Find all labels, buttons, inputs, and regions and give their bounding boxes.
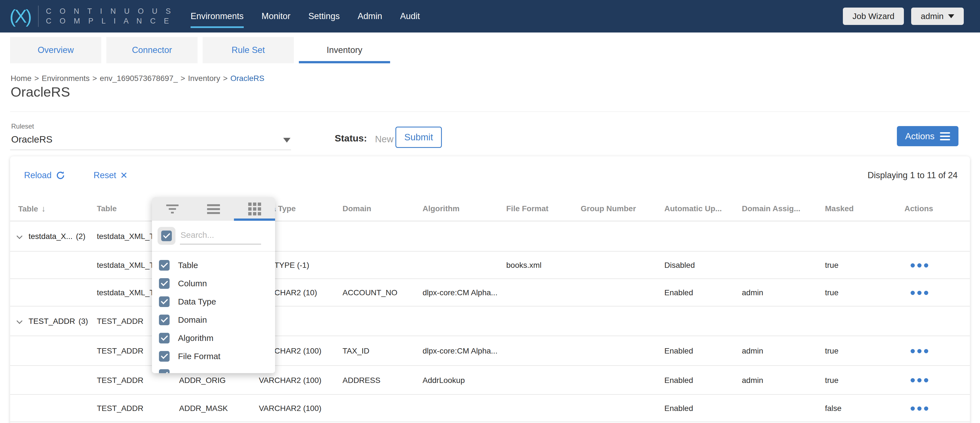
table-row: TEST_ADDRADDR_MASKVARCHAR2 (100)Enabledf… <box>10 395 970 422</box>
status-label: Status: <box>335 133 367 144</box>
checkbox-partial[interactable] <box>159 369 170 374</box>
navbar-divider <box>38 6 39 27</box>
column-header-automatic-up-[interactable]: Automatic Up... <box>664 196 722 221</box>
column-header-algorithm[interactable]: Algorithm <box>423 196 460 221</box>
select-all-checkbox[interactable] <box>161 231 172 241</box>
tab-rule-set[interactable]: Rule Set <box>203 37 294 63</box>
title-divider <box>10 112 970 112</box>
cell-table: TEST_ADDR <box>97 306 153 336</box>
filter-tab[interactable] <box>152 197 193 221</box>
column-header-masked[interactable]: Masked <box>825 196 854 221</box>
popover-search-row <box>152 221 275 252</box>
navbar-right: Job Wizard admin <box>843 8 964 25</box>
breadcrumb-link[interactable]: Environments <box>42 74 89 83</box>
cell-automatic-up-: Enabled <box>664 279 693 306</box>
user-menu-label: admin <box>921 11 943 21</box>
cell-domain: TAX_ID <box>342 336 369 366</box>
user-menu-button[interactable]: admin <box>911 8 964 25</box>
tab-overview[interactable]: Overview <box>10 37 101 63</box>
column-header-domain-assig-[interactable]: Domain Assig... <box>742 196 800 221</box>
search-input[interactable] <box>180 228 261 244</box>
brand-line-1: C O N T I N U O U S <box>46 6 174 16</box>
cell-column: ADDR_MASK <box>179 395 228 422</box>
cell-file-format: books.xml <box>506 252 541 279</box>
breadcrumb-current[interactable]: OracleRS <box>230 74 264 83</box>
cell-masked: true <box>825 366 838 395</box>
breadcrumb: Home>Environments>env_1690573678697_>Inv… <box>11 74 264 83</box>
group-cell: TEST_ADDR(3) <box>18 306 88 336</box>
reload-button[interactable]: Reload <box>24 170 65 180</box>
ruleset-select[interactable]: OracleRS <box>11 134 52 145</box>
brand-text: C O N T I N U O U S C O M P L I A N C E <box>46 6 174 26</box>
nav-item-audit[interactable]: Audit <box>400 0 420 32</box>
ruleset-underline <box>10 150 291 150</box>
column-header-table[interactable]: Table↓ <box>18 196 46 221</box>
nav-item-environments[interactable]: Environments <box>191 0 244 32</box>
reset-button[interactable]: Reset ✕ <box>94 170 127 181</box>
cell-automatic-up-: Enabled <box>664 395 693 422</box>
cell-automatic-up-: Enabled <box>664 336 693 366</box>
rows-icon <box>207 204 220 214</box>
refresh-icon <box>56 170 65 180</box>
chevron-expand-icon[interactable] <box>16 318 22 324</box>
column-header-actions[interactable]: Actions <box>904 196 933 221</box>
actions-button[interactable]: Actions <box>897 126 958 146</box>
tab-connector[interactable]: Connector <box>107 37 197 63</box>
top-navbar: (X) C O N T I N U O U S C O M P L I A N … <box>0 0 980 32</box>
columns-tab[interactable] <box>234 197 275 221</box>
checkbox-algorithm[interactable] <box>159 333 170 343</box>
cell-domain: ACCOUNT_NO <box>342 279 398 306</box>
popover-item-label: Table <box>178 260 198 270</box>
hamburger-icon <box>940 132 950 140</box>
cell-table: testdata_XML_TYPE <box>97 279 153 306</box>
breadcrumb-separator: > <box>180 74 185 83</box>
checkbox-column[interactable] <box>159 278 170 289</box>
cell-masked: true <box>825 336 838 366</box>
cell-algorithm: AddrLookup <box>423 366 465 395</box>
column-header-domain[interactable]: Domain <box>342 196 371 221</box>
cell-domain: ADDRESS <box>342 366 380 395</box>
popover-item-label: Data Type <box>178 297 216 306</box>
cell-table: testdata_XML_TYPE <box>97 221 153 252</box>
filter-icon <box>166 204 178 214</box>
popover-item-list: TableColumnData TypeDomainAlgorithmFile … <box>152 252 275 373</box>
nav-item-settings[interactable]: Settings <box>309 0 340 32</box>
nav-item-admin[interactable]: Admin <box>358 0 382 32</box>
chevron-expand-icon[interactable] <box>16 233 22 239</box>
grid-icon <box>248 203 261 215</box>
app-logo-icon[interactable]: (X) <box>10 0 31 32</box>
ruleset-caret-icon[interactable] <box>283 138 291 143</box>
popover-tab-strip <box>152 197 275 221</box>
row-actions-button[interactable] <box>911 263 928 268</box>
checkbox-domain[interactable] <box>159 314 170 325</box>
checkbox-table[interactable] <box>159 260 170 271</box>
rows-tab[interactable] <box>193 197 234 221</box>
sort-desc-icon[interactable]: ↓ <box>41 204 46 213</box>
row-actions-button[interactable] <box>911 378 928 382</box>
breadcrumb-link[interactable]: env_1690573678697_ <box>100 74 178 83</box>
cell-table: TEST_ADDR <box>97 366 153 395</box>
row-actions-button[interactable] <box>911 407 928 411</box>
breadcrumb-separator: > <box>92 74 97 83</box>
column-header-group-number[interactable]: Group Number <box>581 196 636 221</box>
tab-inventory[interactable]: Inventory <box>299 37 390 63</box>
column-header-table[interactable]: Table <box>97 196 117 221</box>
row-actions-button[interactable] <box>911 291 928 295</box>
popover-body: TableColumnData TypeDomainAlgorithmFile … <box>152 221 275 373</box>
breadcrumb-link[interactable]: Inventory <box>188 74 220 83</box>
checkbox-data-type[interactable] <box>159 296 170 307</box>
column-header-file-format[interactable]: File Format <box>506 196 549 221</box>
cell-domain-assig-: admin <box>742 279 763 306</box>
displaying-count: Displaying 1 to 11 of 24 <box>867 170 958 180</box>
row-actions-button[interactable] <box>911 349 928 353</box>
reset-label: Reset <box>94 170 116 180</box>
breadcrumb-link[interactable]: Home <box>11 74 32 83</box>
job-wizard-button[interactable]: Job Wizard <box>843 8 904 25</box>
checkbox-file-format[interactable] <box>159 351 170 362</box>
nav-item-monitor[interactable]: Monitor <box>262 0 291 32</box>
submit-button[interactable]: Submit <box>395 127 442 148</box>
popover-item-partial <box>152 365 275 373</box>
cell-automatic-up-: Enabled <box>664 366 693 395</box>
close-icon: ✕ <box>120 170 127 181</box>
select-all-halo <box>158 227 175 245</box>
